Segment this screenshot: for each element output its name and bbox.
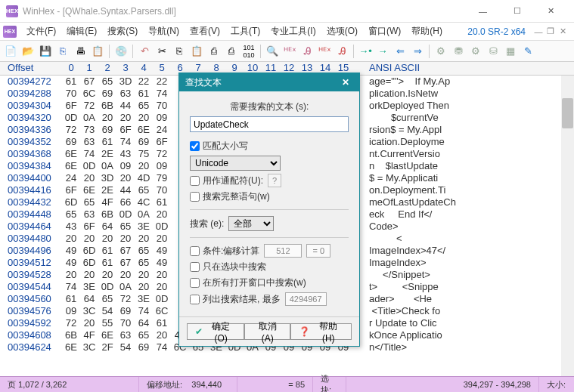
whole-words-checkbox[interactable]: 搜索完整语句(w) — [190, 190, 270, 203]
menu-v[interactable]: 查看(V) — [185, 23, 225, 40]
ascii-row[interactable]: plication.IsNetw — [369, 88, 560, 100]
max-results-input[interactable] — [285, 292, 327, 306]
mdi-restore-icon[interactable]: ❐ — [545, 26, 556, 37]
menu-s[interactable]: 搜索(S) — [102, 23, 143, 40]
wildcard-help-icon[interactable]: ? — [268, 174, 281, 187]
ascii-row[interactable]: nt.CurrentVersio — [369, 148, 560, 160]
replace-text-icon[interactable]: Ꭿ — [334, 44, 349, 59]
template-icon[interactable]: ▦ — [503, 44, 518, 59]
dialog-close-icon[interactable]: ✕ — [338, 77, 353, 88]
all-windows-checkbox[interactable]: 在所有打开窗口中搜索(w) — [190, 276, 306, 289]
offset-cell: 00394528 — [8, 269, 62, 281]
minimize-button[interactable]: — — [466, 1, 500, 22]
menu-f[interactable]: 文件(F) — [21, 23, 61, 40]
ascii-row[interactable]: Code> — [369, 221, 560, 233]
find-icon[interactable]: 🔍 — [265, 44, 280, 59]
ascii-row[interactable]: n</Title> — [369, 341, 560, 353]
offset-cell: 00394272 — [8, 76, 62, 88]
search-direction-select[interactable]: 全部 — [228, 216, 274, 231]
ok-button[interactable]: ✔确定(O) — [187, 323, 244, 340]
ascii-row[interactable]: age=""> If My.Ap — [369, 76, 560, 88]
help-button[interactable]: ❓帮助(H) — [290, 323, 352, 340]
offset-cell: 00394576 — [8, 305, 62, 317]
ascii-row[interactable]: ImageIndex>47</ — [369, 245, 560, 257]
menu-o[interactable]: 选项(O) — [321, 23, 363, 40]
copy-icon[interactable]: ⎘ — [172, 44, 187, 59]
encoding-select[interactable]: Unicode — [190, 156, 281, 171]
offset-cell: 00394512 — [8, 257, 62, 269]
open-disk-icon[interactable]: 💿 — [113, 44, 129, 59]
ascii-row[interactable]: $ = My.Applicati — [369, 172, 560, 184]
menu-n[interactable]: 导航(N) — [143, 23, 185, 40]
menu-e[interactable]: 编辑(E) — [61, 23, 102, 40]
undo-icon[interactable]: ↶ — [137, 44, 152, 59]
ascii-row[interactable]: n $lastUpdate — [369, 160, 560, 172]
go-forward-icon[interactable]: → — [375, 44, 390, 59]
offset-cell: 00394592 — [8, 317, 62, 329]
maximize-button[interactable]: ☐ — [500, 1, 534, 22]
find-text-dialog: 查找文本 ✕ 需要搜索的文本 (s): 匹配大小写 Unicode 用作通配符(… — [178, 73, 360, 347]
ascii-column[interactable]: age=""> If My.Application.IsNetworkDeplo… — [360, 76, 574, 376]
ascii-row[interactable]: ication.Deployme — [369, 136, 560, 148]
open-folder-icon[interactable]: 📂 — [20, 44, 36, 59]
condition-mod-input[interactable] — [264, 244, 302, 258]
analyze-icon[interactable]: ⛁ — [486, 44, 501, 59]
mdi-close-icon[interactable]: ✕ — [557, 26, 568, 37]
match-case-checkbox[interactable]: 匹配大小写 — [190, 140, 248, 153]
ascii-row[interactable]: < — [369, 233, 560, 245]
go-back-icon[interactable]: ⇐ — [392, 44, 408, 59]
ascii-row[interactable]: meOfLastUpdateCh — [369, 196, 560, 208]
offset-cell: 00394400 — [8, 172, 62, 184]
ascii-row[interactable]: rsion$ = My.Appl — [369, 124, 560, 136]
print-icon[interactable]: 🖶 — [73, 44, 88, 59]
vertical-scrollbar[interactable] — [561, 76, 574, 376]
ascii-row[interactable]: $currentVe — [369, 112, 560, 124]
go-next-icon[interactable]: ⇒ — [410, 44, 425, 59]
menu-h[interactable]: 帮助(H) — [406, 23, 448, 40]
new-file-icon[interactable]: 📄 — [3, 44, 18, 59]
close-button[interactable]: ✕ — [534, 1, 568, 22]
ascii-row[interactable]: orkDeployed Then — [369, 100, 560, 112]
ascii-row[interactable]: </Snippet> — [369, 269, 560, 281]
ascii-row[interactable]: eck End If</ — [369, 208, 560, 221]
replace-hex-icon[interactable]: ᴴᴱˣ — [317, 44, 332, 59]
paste-hex-icon[interactable]: ⎙ — [224, 44, 239, 59]
ram-icon[interactable]: ⚙ — [433, 44, 448, 59]
menu-t[interactable]: 工具(T) — [225, 23, 265, 40]
dialog-title: 查找文本 — [185, 76, 222, 89]
ascii-row[interactable]: ader> <He — [369, 293, 560, 305]
menu-w[interactable]: 窗口(W) — [363, 23, 406, 40]
offset-cell: 00394464 — [8, 221, 62, 233]
ascii-row[interactable]: kOnce Applicatio — [369, 329, 560, 341]
cancel-button[interactable]: 取消(A) — [244, 323, 290, 340]
properties-icon[interactable]: 📋 — [90, 44, 105, 59]
menu-i[interactable]: 专业工具(I) — [265, 23, 321, 40]
ascii-row[interactable]: <Title>Check fo — [369, 305, 560, 317]
hex-col-4: 4 — [135, 62, 153, 75]
binary-icon[interactable]: 101010 — [241, 44, 256, 59]
calc-icon[interactable]: ⚙ — [468, 44, 483, 59]
cut-icon[interactable]: ✂ — [154, 44, 169, 59]
wildcards-checkbox[interactable]: 用作通配符(U): — [190, 174, 263, 187]
copy-hex-icon[interactable]: ⎙ — [206, 44, 222, 59]
ascii-row[interactable]: on.Deployment.Ti — [369, 184, 560, 196]
offset-cell: 00394336 — [8, 124, 62, 136]
ascii-row[interactable]: t> <Snippe — [369, 281, 560, 293]
condition-offset-checkbox[interactable]: 条件:偏移计算 — [190, 245, 259, 258]
only-block-checkbox[interactable]: 只在选块中搜索 — [190, 261, 266, 273]
search-text-input[interactable] — [190, 116, 349, 132]
save-icon[interactable]: 💾 — [38, 44, 53, 59]
find-text-icon[interactable]: Ꭿ — [299, 44, 315, 59]
mdi-minimize-icon[interactable]: — — [533, 26, 544, 37]
offset-cell: 00394368 — [8, 148, 62, 160]
list-results-checkbox[interactable]: 列出搜索结果, 最多 — [190, 293, 281, 306]
goto-icon[interactable]: →• — [358, 44, 373, 59]
condition-eq-input[interactable] — [306, 244, 330, 258]
save-all-icon[interactable]: ⎘ — [55, 44, 70, 59]
paste-icon[interactable]: 📋 — [189, 44, 204, 59]
ascii-row[interactable]: r Update to Clic — [369, 317, 560, 329]
find-hex-icon[interactable]: ᴴᴱˣ — [282, 44, 297, 59]
options-icon[interactable]: ✎ — [520, 44, 535, 59]
ascii-row[interactable]: ImageIndex> — [369, 257, 560, 269]
disk-icon[interactable]: ⛃ — [451, 44, 466, 59]
